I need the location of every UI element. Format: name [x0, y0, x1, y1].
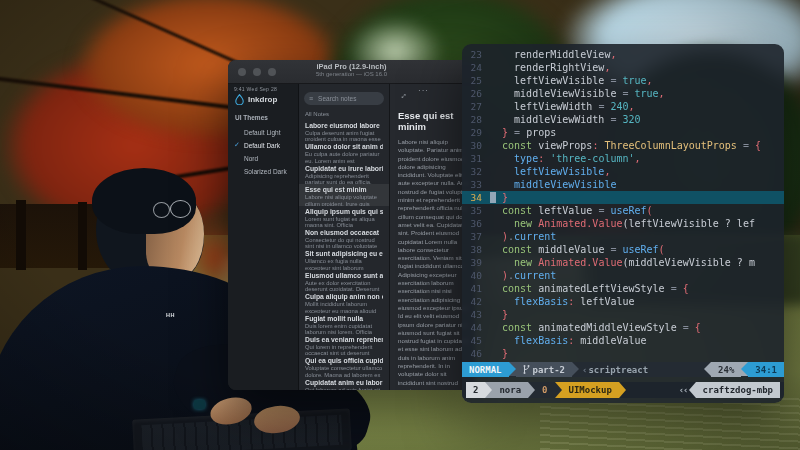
sidebar-item-default-dark[interactable]: ✓Default Dark [228, 139, 298, 152]
sidebar-item-nord[interactable]: Nord [228, 152, 298, 165]
tmux-statusbar: 2 nora 0 UIMockup ‹‹ craftzdog-mbp [462, 382, 784, 398]
note-list-item[interactable]: Qui ea quis officia cupidatat anim e...V… [299, 355, 389, 376]
chevron-left-icon: ‹ [579, 362, 588, 377]
note-item-title: Qui ea quis officia cupidatat anim e... [305, 357, 383, 365]
glasses-icon [170, 200, 191, 218]
note-item-preview: Eu culpa aute dolore pariatur eu. Lorem … [305, 151, 383, 162]
line-number: 27 [462, 100, 482, 113]
expand-icon[interactable]: ↔ [396, 88, 409, 101]
code-line: 31 type: 'three-column', [462, 152, 784, 165]
line-number: 31 [462, 152, 482, 165]
note-list-item[interactable]: Aliquip ipsum quis qui sunt nullaLorem s… [299, 206, 389, 227]
note-item-preview: Voluptate consectetur ullamco dolore. Ma… [305, 365, 383, 376]
note-item-preview: Labore nisi aliquip voluptate cillum pro… [305, 194, 383, 205]
note-item-title: Duis ea veniam reprehenderit est ei... [305, 336, 383, 344]
line-number: 41 [462, 282, 482, 295]
note-list-item[interactable]: Duis ea veniam reprehenderit est ei...Qu… [299, 334, 389, 355]
sidebar-item-default-light[interactable]: Default Light [228, 126, 298, 139]
code-line: 36 new Animated.Value(leftViewVisible ? … [462, 217, 784, 230]
search-input[interactable]: ≡ [304, 92, 384, 105]
zoom-button[interactable] [268, 68, 276, 76]
tmux-session-name: nora [492, 382, 528, 398]
line-number: 39 [462, 256, 482, 269]
note-list-item[interactable]: Non eiusmod occaecatConsectetur do qui n… [299, 227, 389, 248]
line-number: 26 [462, 87, 482, 100]
window-subtitle: 5th generation — iOS 16.0 [228, 71, 475, 78]
app-name: Inkdrop [248, 95, 277, 104]
line-number: 38 [462, 243, 482, 256]
tmux-window-index: 0 [535, 382, 554, 398]
more-options-icon[interactable]: ··· [418, 86, 429, 95]
note-body: Labore nisi aliquip voluptate. Pariatur … [398, 138, 472, 390]
vim-editor[interactable]: 23 renderMiddleView,24 renderRightView,2… [462, 48, 784, 360]
code-line: 38 const middleValue = useRef( [462, 243, 784, 256]
simulator-titlebar: iPad Pro (12.9-inch) 5th generation — iO… [228, 60, 475, 84]
lake-ripples [540, 396, 800, 450]
note-item-preview: Culpa deserunt anim fugiat proident culp… [305, 130, 383, 141]
note-item-preview: Aute ex dolor exercitation deserunt cupi… [305, 280, 383, 291]
note-item-title: Sit sunt adipisicing eu elit nostrud [305, 250, 383, 258]
line-number: 24 [462, 61, 482, 74]
code-line: 28 middleViewWidth = 320 [462, 113, 784, 126]
tmux-hostname: craftzdog-mbp [696, 382, 780, 398]
code-line: 29 } = props [462, 126, 784, 139]
list-header: All Notes [299, 105, 389, 120]
code-line: 35 const leftValue = useRef( [462, 204, 784, 217]
watch [194, 400, 205, 409]
close-button[interactable] [238, 68, 246, 76]
code-line: 32 leftViewVisible, [462, 165, 784, 178]
simulator-window: iPad Pro (12.9-inch) 5th generation — iO… [228, 60, 475, 390]
note-list-item[interactable]: Cupidatat eu irure laboris exercitat...A… [299, 163, 389, 184]
note-list-item[interactable]: Culpa aliquip anim non ea occaecatMollit… [299, 291, 389, 312]
line-number: 36 [462, 217, 482, 230]
app-sidebar: Inkdrop UI Themes Default Light✓Default … [228, 84, 299, 390]
note-list-item[interactable]: Labore eiusmod laboreCulpa deserunt anim… [299, 120, 389, 141]
cursor-position: 34:1 [748, 362, 784, 377]
code-line: 30 const viewProps: ThreeColumnLayoutPro… [462, 139, 784, 152]
note-item-preview: Qui lorem in reprehenderit occaecat sint… [305, 344, 383, 355]
note-list-item[interactable]: Eiusmod ullamco sunt aute eiusmo...Aute … [299, 270, 389, 291]
glasses-icon [153, 202, 170, 218]
line-number: 25 [462, 74, 482, 87]
code-line: 43 } [462, 308, 784, 321]
code-line: 26 middleViewVisible = true, [462, 87, 784, 100]
minimize-button[interactable] [253, 68, 261, 76]
note-item-title: Aliquip ipsum quis qui sunt nulla [305, 208, 383, 216]
fence-post [16, 200, 26, 270]
vim-statusline: NORMAL part-2 ‹ scriptreact 24% 34:1 [462, 362, 784, 377]
note-item-title: Ullamco dolor sit anim do [305, 143, 383, 151]
tmux-session-index: 2 [466, 382, 485, 398]
note-item-title: Esse qui est minim [305, 186, 383, 194]
code-line: 45 flexBasis: middleValue [462, 334, 784, 347]
note-list-item[interactable]: Ullamco dolor sit anim doEu culpa aute d… [299, 141, 389, 162]
chevrons-left-icon: ‹‹ [679, 382, 689, 398]
inkdrop-logo-icon [235, 94, 244, 105]
line-number: 46 [462, 347, 482, 360]
line-number: 43 [462, 308, 482, 321]
line-number: 44 [462, 321, 482, 334]
window-title: iPad Pro (12.9-inch) [228, 62, 475, 71]
code-line: 33 middleViewVisible [462, 178, 784, 191]
line-number: 32 [462, 165, 482, 178]
note-item-title: Cupidatat eu irure laboris exercitat... [305, 165, 383, 173]
jacket-logo: HH [166, 312, 175, 318]
line-number: 28 [462, 113, 482, 126]
code-line: 44 const animatedMiddleViewStyle = { [462, 321, 784, 334]
note-list-item[interactable]: Cupidatat anim eu laborisQui laborum ad … [299, 377, 389, 390]
note-item-preview: Consectetur do qui nostrud sint nisi in … [305, 237, 383, 248]
note-list-item[interactable]: Sit sunt adipisicing eu elit nostrudUlla… [299, 248, 389, 269]
scroll-percent: 24% [711, 362, 741, 377]
note-list-item[interactable]: Fugiat mollit nullaDuis lorem enim cupid… [299, 313, 389, 334]
sidebar-item-solarized-dark[interactable]: Solarized Dark [228, 165, 298, 178]
line-number: 30 [462, 139, 482, 152]
code-line: 37 ).current [462, 230, 784, 243]
code-line: 27 leftViewWidth = 240, [462, 100, 784, 113]
terminal-window: 23 renderMiddleView,24 renderRightView,2… [462, 44, 784, 403]
tmux-window-name[interactable]: UIMockup [562, 382, 619, 398]
fence-post [78, 202, 87, 270]
line-number: 34 [462, 191, 482, 204]
note-item-preview: Ullamco ex fugia nulla excepteur sint la… [305, 258, 383, 269]
inkdrop-app: 9:41 Wed Sep 28 Inkdrop UI Themes Defaul… [228, 84, 475, 390]
code-line: 24 renderRightView, [462, 61, 784, 74]
note-list-item[interactable]: Esse qui est minimLabore nisi aliquip vo… [299, 184, 389, 205]
